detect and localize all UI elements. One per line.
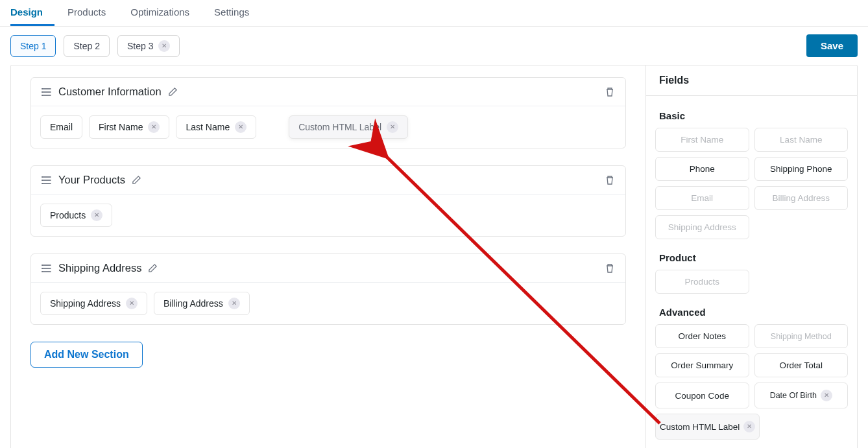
section-header: Shipping Address — [31, 254, 625, 283]
section-header: Your Products — [31, 166, 625, 195]
section-title: Customer Information — [58, 86, 162, 98]
field-coupon-code[interactable]: Coupon Code — [655, 383, 749, 408]
section-shipping-address: Shipping Address Shipping Address ✕ Bill… — [30, 253, 626, 325]
section-header: Customer Information — [31, 78, 625, 106]
close-icon[interactable]: ✕ — [387, 121, 398, 133]
fields-panel-title: Fields — [646, 65, 857, 96]
svg-point-3 — [42, 95, 43, 96]
step-label: Step 1 — [20, 41, 46, 51]
trash-icon[interactable] — [605, 87, 615, 97]
left-pane: Customer Information Email First Name ✕ … — [11, 65, 645, 448]
chip-first-name[interactable]: First Name ✕ — [89, 115, 169, 139]
tab-products[interactable]: Products — [67, 0, 117, 26]
close-icon[interactable]: ✕ — [126, 298, 138, 309]
top-tabbar: Design Products Optimizations Settings — [0, 0, 868, 27]
field-order-notes[interactable]: Order Notes — [655, 324, 749, 348]
field-group-advanced: Order Notes Shipping Method Order Summar… — [655, 324, 848, 440]
tab-optimizations[interactable]: Optimizations — [130, 0, 201, 26]
step-pill-1[interactable]: Step 1 — [10, 35, 56, 57]
field-label: Date Of Birth — [770, 391, 817, 400]
chip-custom-html-label[interactable]: Custom HTML Label ✕ — [289, 115, 408, 139]
svg-point-7 — [42, 265, 43, 266]
field-group-basic: First Name Last Name Phone Shipping Phon… — [655, 128, 848, 239]
field-shipping-address[interactable]: Shipping Address — [655, 215, 749, 239]
close-icon[interactable]: ✕ — [91, 209, 102, 221]
section-body[interactable]: Products ✕ — [31, 195, 625, 236]
chip-label: First Name — [99, 122, 143, 132]
pencil-icon[interactable] — [132, 175, 141, 185]
step-label: Step 2 — [73, 41, 99, 51]
drag-handle-icon[interactable] — [42, 87, 52, 97]
add-new-section-button[interactable]: Add New Section — [30, 342, 143, 368]
close-icon[interactable]: ✕ — [158, 40, 170, 52]
section-body[interactable]: Email First Name ✕ Last Name ✕ Custom HT… — [31, 106, 625, 148]
close-icon[interactable]: ✕ — [235, 121, 247, 133]
drag-handle-icon[interactable] — [42, 175, 52, 185]
field-billing-address[interactable]: Billing Address — [754, 186, 849, 210]
field-shipping-phone[interactable]: Shipping Phone — [754, 157, 849, 181]
section-body[interactable]: Shipping Address ✕ Billing Address ✕ — [31, 283, 625, 324]
svg-point-8 — [42, 268, 43, 269]
chip-label: Billing Address — [163, 298, 223, 309]
field-first-name[interactable]: First Name — [655, 128, 749, 152]
chip-label: Email — [50, 122, 73, 132]
section-your-products: Your Products Products ✕ — [30, 165, 626, 237]
svg-point-6 — [42, 183, 43, 184]
trash-icon[interactable] — [605, 263, 615, 274]
close-icon[interactable]: ✕ — [743, 421, 755, 432]
main-layout: Customer Information Email First Name ✕ … — [10, 65, 858, 448]
close-icon[interactable]: ✕ — [228, 298, 240, 309]
svg-point-5 — [42, 180, 43, 181]
field-group-product: Products — [655, 270, 848, 294]
field-products[interactable]: Products — [655, 270, 749, 294]
field-order-summary[interactable]: Order Summary — [655, 353, 749, 377]
pencil-icon[interactable] — [168, 87, 178, 97]
section-title: Your Products — [58, 174, 125, 186]
chip-last-name[interactable]: Last Name ✕ — [176, 115, 256, 139]
steps-list: Step 1 Step 2 Step 3 ✕ — [10, 35, 180, 57]
close-icon[interactable]: ✕ — [148, 121, 160, 133]
step-pill-2[interactable]: Step 2 — [64, 35, 109, 57]
group-label-advanced: Advanced — [659, 307, 844, 318]
field-order-total[interactable]: Order Total — [754, 353, 849, 377]
chip-shipping-address[interactable]: Shipping Address ✕ — [40, 292, 147, 315]
field-label: Custom HTML Label — [660, 422, 740, 432]
chip-email[interactable]: Email — [40, 115, 82, 139]
step-label: Step 3 — [127, 41, 153, 51]
tab-settings[interactable]: Settings — [214, 0, 261, 26]
chip-products[interactable]: Products ✕ — [40, 204, 112, 227]
pencil-icon[interactable] — [148, 263, 158, 273]
group-label-product: Product — [659, 252, 844, 263]
chip-label: Shipping Address — [50, 298, 121, 309]
section-title: Shipping Address — [58, 262, 141, 274]
save-button[interactable]: Save — [806, 34, 858, 57]
drag-handle-icon[interactable] — [42, 263, 52, 274]
field-phone[interactable]: Phone — [655, 157, 749, 181]
step-pill-3[interactable]: Step 3 ✕ — [117, 35, 180, 57]
close-icon[interactable]: ✕ — [821, 390, 832, 401]
svg-point-4 — [42, 176, 43, 178]
field-date-of-birth[interactable]: Date Of Birth ✕ — [754, 383, 849, 408]
fields-panel-body: Basic First Name Last Name Phone Shippin… — [646, 96, 857, 448]
chip-billing-address[interactable]: Billing Address ✕ — [154, 292, 250, 315]
trash-icon[interactable] — [605, 175, 615, 185]
svg-point-2 — [42, 91, 43, 93]
chip-label: Last Name — [186, 122, 230, 132]
field-last-name[interactable]: Last Name — [754, 128, 849, 152]
chip-label: Custom HTML Label — [298, 122, 381, 132]
field-email[interactable]: Email — [655, 186, 749, 210]
tab-design[interactable]: Design — [10, 0, 54, 26]
steps-row: Step 1 Step 2 Step 3 ✕ Save — [0, 27, 868, 65]
svg-point-1 — [42, 88, 43, 89]
chip-label: Products — [50, 210, 86, 220]
section-customer-information: Customer Information Email First Name ✕ … — [30, 77, 626, 148]
right-pane: Fields Basic First Name Last Name Phone … — [645, 65, 857, 448]
field-custom-html-label[interactable]: Custom HTML Label ✕ — [655, 414, 760, 440]
svg-point-9 — [42, 271, 43, 272]
group-label-basic: Basic — [659, 110, 844, 121]
field-shipping-method[interactable]: Shipping Method — [754, 324, 849, 348]
